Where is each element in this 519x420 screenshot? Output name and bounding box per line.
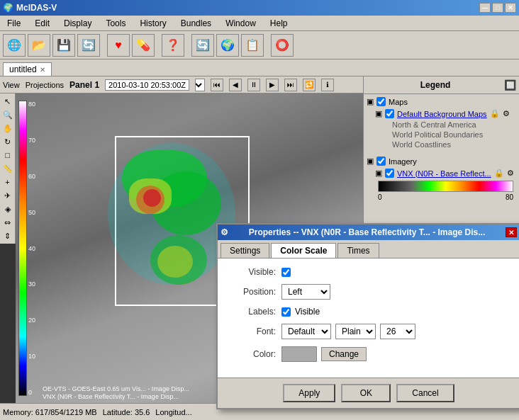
visible-row: Visible:: [226, 267, 511, 277]
color-swatch: [281, 346, 317, 362]
color-row: Color: Change: [226, 346, 511, 362]
dialog-footer: Apply OK Cancel: [218, 378, 519, 408]
properties-dialog: ⚙ Properties -- VNX (N0R - Base Reflecti…: [216, 223, 519, 409]
font-style-select[interactable]: Plain Bold Italic: [335, 324, 376, 339]
dialog-icon: ⚙: [221, 227, 228, 237]
position-row: Position: Left Right Top Bottom: [226, 284, 511, 300]
dialog-overlay: ⚙ Properties -- VNX (N0R - Base Reflecti…: [0, 0, 519, 420]
dialog-close-button[interactable]: ✕: [506, 227, 517, 237]
change-color-button[interactable]: Change: [321, 347, 367, 361]
color-label: Color:: [226, 349, 276, 359]
font-select[interactable]: Default Arial Times Courier: [281, 324, 331, 339]
tab-settings[interactable]: Settings: [221, 243, 269, 258]
position-label: Position:: [226, 287, 276, 297]
font-size-select[interactable]: 26 81012 141618 202224 2832: [380, 324, 415, 339]
dialog-tabs: Settings Color Scale Times: [218, 240, 519, 259]
labels-visible-text: Visible: [295, 307, 320, 317]
labels-checkbox[interactable]: [281, 307, 291, 317]
font-label: Font:: [226, 327, 276, 336]
labels-label: Labels:: [226, 307, 276, 317]
visible-checkbox[interactable]: [281, 268, 291, 277]
visible-label: Visible:: [226, 267, 276, 277]
dialog-title-bar: ⚙ Properties -- VNX (N0R - Base Reflecti…: [218, 225, 519, 240]
position-select[interactable]: Left Right Top Bottom: [281, 284, 330, 300]
dialog-title-text: Properties -- VNX (N0R - Base Reflectivi…: [249, 227, 485, 237]
labels-row: Labels: Visible: [226, 307, 511, 317]
dialog-body: Visible: Position: Left Right Top Bottom: [218, 259, 519, 378]
tab-times[interactable]: Times: [337, 243, 379, 258]
tab-color-scale[interactable]: Color Scale: [271, 243, 336, 258]
apply-button[interactable]: Apply: [283, 384, 335, 402]
cancel-button[interactable]: Cancel: [396, 384, 454, 402]
ok-button[interactable]: OK: [341, 384, 391, 402]
font-row: Font: Default Arial Times Courier Plain …: [226, 324, 511, 339]
